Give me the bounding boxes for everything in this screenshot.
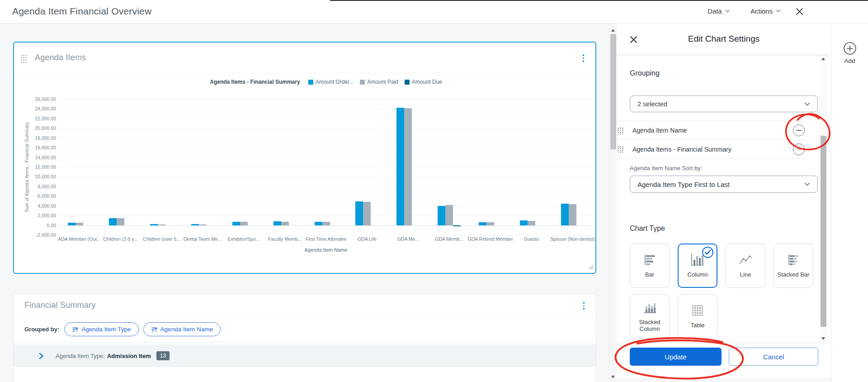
top-bar: Agenda Item Financial Overview Data Acti… <box>0 0 868 24</box>
chevron-down-icon <box>776 10 781 13</box>
chart-bar[interactable] <box>453 225 461 226</box>
kebab-menu-icon[interactable] <box>581 53 586 63</box>
group-pill-label: Agenda Item Type <box>81 326 131 333</box>
chart-type-icon-line <box>738 253 753 268</box>
update-button[interactable]: Update <box>630 348 722 366</box>
settings-footer: Update Cancel <box>617 343 831 378</box>
drag-handle-icon[interactable] <box>617 127 623 134</box>
y-tick-label: 6,000.00 <box>38 193 56 199</box>
chart-bar[interactable] <box>520 220 528 225</box>
legend-swatch <box>360 80 365 85</box>
page-title: Agenda Item Financial Overview <box>12 6 151 17</box>
legend-label: Amount Order... <box>316 79 354 85</box>
gridline <box>59 206 593 206</box>
financial-summary-header: Financial Summary <box>14 294 596 317</box>
add-button[interactable]: Add <box>831 42 868 64</box>
legend-item[interactable]: Amount Paid <box>360 79 398 85</box>
chart-bar[interactable] <box>75 223 83 225</box>
grouping-list: Agenda Item NameAgenda Items - Financial… <box>617 121 831 159</box>
group-pill-label: Agenda Item Name <box>160 326 213 333</box>
chart-bar[interactable] <box>479 222 486 225</box>
grouped-by-label: Grouped by: <box>24 326 59 333</box>
scroll-up-arrow-icon[interactable] <box>611 29 615 32</box>
chart-bar[interactable] <box>150 224 158 225</box>
chart-type-stacked-bar[interactable]: Stacked Bar <box>774 244 813 288</box>
remove-grouping-icon[interactable] <box>793 143 805 155</box>
settings-title: Edit Chart Settings <box>617 34 831 44</box>
y-tick-label: 18,000.00 <box>35 135 56 141</box>
chart-type-label: Bar <box>643 272 656 278</box>
chart-bar[interactable] <box>274 221 281 225</box>
sort-icon <box>151 326 157 333</box>
legend-item[interactable]: Amount Order... <box>308 79 354 85</box>
chart-bar[interactable] <box>569 204 576 225</box>
gridline <box>59 215 593 216</box>
chart-type-line[interactable]: Line <box>726 244 765 288</box>
chart-bar[interactable] <box>438 206 445 225</box>
chart-type-icon-table <box>690 304 705 319</box>
chart-type-icon-stacked-column <box>642 301 657 316</box>
grouping-dropdown[interactable]: 2 selected <box>630 96 818 112</box>
chart-bar[interactable] <box>396 108 404 225</box>
remove-grouping-icon[interactable] <box>793 124 805 136</box>
grouping-row: Agenda Item Name <box>617 121 805 140</box>
scroll-down-arrow-icon[interactable] <box>611 376 615 378</box>
scrollbar-thumb[interactable] <box>610 34 616 149</box>
gridline <box>59 177 593 177</box>
chart-bar[interactable] <box>445 205 453 225</box>
close-icon[interactable] <box>796 8 803 17</box>
y-tick-label: 14,000.00 <box>35 155 56 160</box>
chart-bar[interactable] <box>404 108 412 225</box>
settings-header: Edit Chart Settings <box>617 24 831 55</box>
group-pill[interactable]: Agenda Item Type <box>64 322 138 336</box>
gridline <box>59 119 593 119</box>
chart-bar[interactable] <box>528 221 535 225</box>
chart-type-icon-bar <box>642 253 657 268</box>
chart-type-label: Column <box>686 272 710 278</box>
chart-bar[interactable] <box>322 222 330 225</box>
legend-item[interactable]: Amount Due <box>405 79 442 85</box>
chart-type-stacked-column[interactable]: Stacked Column <box>630 294 670 339</box>
chart-bar[interactable] <box>281 222 289 225</box>
scroll-up-arrow-icon[interactable] <box>821 57 825 60</box>
chart-bar[interactable] <box>315 222 322 225</box>
data-menu[interactable]: Data <box>708 7 730 15</box>
scroll-down-arrow-icon[interactable] <box>821 337 825 340</box>
chart-bar[interactable] <box>486 222 494 225</box>
drag-handle-icon[interactable] <box>20 54 27 63</box>
gridline <box>59 148 593 148</box>
chart-bar[interactable] <box>158 224 165 225</box>
chart-bar[interactable] <box>109 218 117 225</box>
chart-bar[interactable] <box>363 202 371 225</box>
chart-bar[interactable] <box>191 224 199 225</box>
cancel-button[interactable]: Cancel <box>729 348 818 366</box>
widget-title: Financial Summary <box>24 301 95 310</box>
chart-bar[interactable] <box>68 223 75 225</box>
resize-handle-icon[interactable] <box>589 263 594 272</box>
chart-type-bar[interactable]: Bar <box>630 244 670 288</box>
scrollbar-thumb[interactable] <box>821 136 826 327</box>
drag-handle-icon[interactable] <box>617 145 623 153</box>
chart-bar[interactable] <box>232 222 240 225</box>
y-tick-label: 24,000.00 <box>35 106 56 111</box>
chart-plot-area <box>59 99 593 235</box>
chart-bar[interactable] <box>355 201 363 225</box>
chart-bar[interactable] <box>199 224 207 225</box>
summary-group-row[interactable]: Agenda Item Type: Admission Item 13 <box>14 344 596 367</box>
actions-menu[interactable]: Actions <box>750 7 781 15</box>
main-scrollbar[interactable] <box>609 24 617 382</box>
kebab-menu-icon[interactable] <box>582 301 586 311</box>
chart-type-table[interactable]: Table <box>678 294 717 339</box>
chart-type-column[interactable]: Column <box>678 244 717 288</box>
settings-scrollbar[interactable] <box>820 55 827 343</box>
chart-type-heading: Chart Type <box>630 224 665 233</box>
chart-bar[interactable] <box>561 204 569 225</box>
sort-dropdown[interactable]: Agenda Item Type First to Last <box>630 176 818 193</box>
financial-summary-widget: Financial Summary Grouped by: Agenda Ite… <box>13 293 596 382</box>
group-pill[interactable]: Agenda Item Name <box>143 322 221 336</box>
expand-chevron-icon[interactable] <box>39 353 44 359</box>
chart-bar[interactable] <box>240 222 248 225</box>
gridline <box>59 235 593 235</box>
chart-bar[interactable] <box>117 218 124 225</box>
x-axis-category-labels: ADA Member (Out...Children (2-5 y...Chil… <box>59 236 593 244</box>
